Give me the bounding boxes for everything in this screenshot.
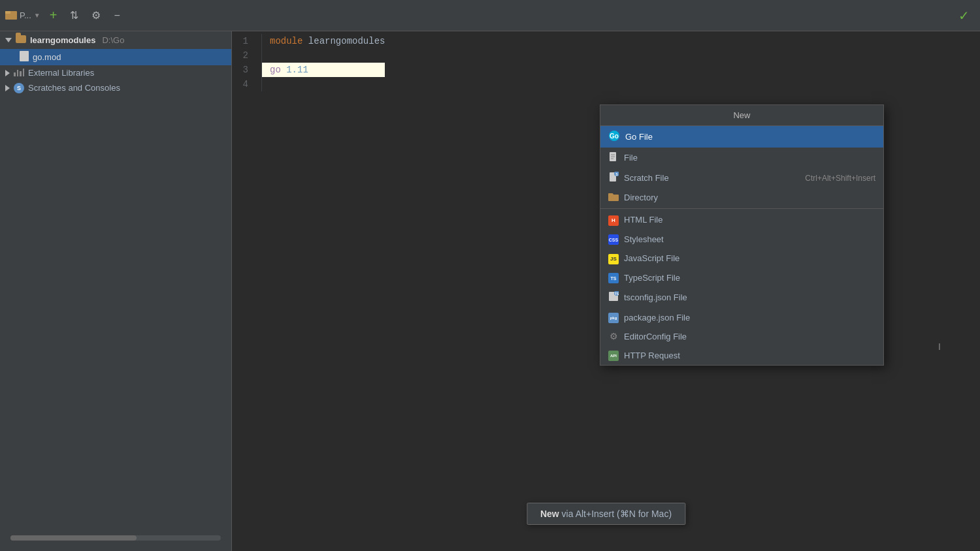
external-libraries-arrow-icon: [5, 70, 10, 76]
file-icon: [608, 151, 619, 164]
add-icon: +: [50, 8, 57, 23]
file-name: go.mod: [33, 52, 61, 62]
dropdown-item-javascript-file[interactable]: JS JavaScript File: [600, 249, 883, 268]
http-request-icon: API: [608, 349, 619, 361]
stylesheet-icon: CSS: [608, 234, 619, 245]
dropdown-item-directory[interactable]: Directory: [600, 188, 883, 207]
project-icon: [5, 9, 17, 22]
line-number-1: 1: [232, 34, 253, 48]
tsconfig-file-label: tsconfig.json File: [624, 292, 687, 302]
project-dropdown-arrow: ▼: [34, 12, 41, 19]
code-line-2: [270, 48, 385, 63]
svg-rect-1: [5, 11, 10, 14]
update-button[interactable]: ⇅: [66, 7, 82, 24]
external-libraries-label: External Libraries: [28, 68, 94, 78]
dropdown-item-file[interactable]: File: [600, 148, 883, 168]
dropdown-item-package-json-file[interactable]: pkg package.json File: [600, 307, 883, 327]
dropdown-item-go-file[interactable]: Go Go File: [600, 126, 883, 148]
settings-button[interactable]: ⚙: [88, 7, 105, 24]
package-json-file-icon: pkg: [608, 311, 619, 323]
tooltip-rest-text: via Alt+Insert (⌘N for Mac): [559, 509, 672, 519]
line-number-2: 2: [232, 48, 253, 63]
module-name: learngomodules: [308, 36, 385, 46]
project-name: learngomodules: [30, 35, 95, 45]
code-text: module learngomodules go 1.11: [262, 34, 385, 91]
dropdown-item-scratch-file[interactable]: S Scratch File Ctrl+Alt+Shift+Insert: [600, 168, 883, 188]
main-layout: learngomodules D:\Go go.mod External Lib…: [0, 31, 980, 551]
new-file-dropdown: New Go Go File: [600, 104, 884, 366]
update-icon: ⇅: [70, 9, 78, 22]
html-file-label: HTML File: [624, 215, 662, 225]
dropdown-item-tsconfig-file[interactable]: TS tsconfig.json File: [600, 287, 883, 307]
code-lines: 1 2 3 4 module learngomodules go 1.11: [232, 31, 980, 91]
sidebar-item-external-libraries[interactable]: External Libraries: [0, 65, 231, 80]
project-label: P...: [20, 10, 31, 20]
code-line-3: go 1.11: [262, 63, 385, 77]
project-selector[interactable]: P... ▼: [5, 9, 41, 22]
directory-icon: [608, 192, 619, 203]
editorconfig-file-icon: ⚙: [608, 331, 619, 341]
code-editor[interactable]: 1 2 3 4 module learngomodules go 1.11: [232, 31, 980, 91]
file-doc-icon: [20, 51, 29, 63]
typescript-file-icon: TS: [608, 272, 619, 284]
line-number-3: 3: [232, 63, 253, 77]
new-shortcut-tooltip: New via Alt+Insert (⌘N for Mac): [527, 503, 685, 525]
file-label: File: [624, 153, 638, 163]
go-file-label: Go File: [625, 132, 653, 142]
scratch-file-shortcut: Ctrl+Alt+Shift+Insert: [805, 174, 875, 183]
add-button[interactable]: +: [46, 5, 61, 25]
external-libraries-icon: [14, 67, 24, 78]
html-file-icon: H: [608, 214, 619, 226]
keyword-go: go: [270, 65, 281, 75]
sidebar-item-scratches-consoles[interactable]: S Scratches and Consoles: [0, 80, 231, 95]
dropdown-item-editorconfig-file[interactable]: ⚙ EditorConfig File: [600, 327, 883, 345]
tooltip-bold-text: New: [540, 509, 559, 519]
scratches-icon: S: [14, 82, 24, 93]
dropdown-item-typescript-file[interactable]: TS TypeScript File: [600, 268, 883, 288]
svg-text:Go: Go: [610, 133, 619, 140]
settings-icon: ⚙: [91, 9, 101, 22]
svg-text:TS: TS: [615, 292, 619, 296]
line-numbers: 1 2 3 4: [232, 34, 262, 91]
sidebar-file-gomod[interactable]: go.mod: [0, 49, 231, 65]
package-json-file-label: package.json File: [624, 313, 690, 323]
scratch-file-icon: S: [608, 172, 619, 184]
minimize-button[interactable]: −: [110, 7, 123, 24]
line-number-4: 4: [232, 77, 253, 91]
go-file-icon: Go: [608, 130, 620, 144]
project-path: D:\Go: [102, 35, 124, 45]
checkmark-icon: ✓: [958, 8, 970, 23]
dropdown-title: New: [600, 105, 883, 126]
scratches-arrow-icon: [5, 85, 10, 91]
project-arrow-icon: [5, 38, 12, 42]
cursor-position: I: [938, 341, 941, 352]
project-folder-icon: [16, 35, 26, 45]
directory-label: Directory: [624, 193, 658, 202]
sidebar-project-root[interactable]: learngomodules D:\Go: [0, 31, 231, 49]
keyword-module: module: [270, 36, 302, 46]
minimize-icon: −: [114, 10, 120, 22]
dropdown-item-http-request[interactable]: API HTTP Request: [600, 345, 883, 365]
dropdown-item-html-file[interactable]: H HTML File: [600, 210, 883, 230]
stylesheet-label: Stylesheet: [624, 234, 664, 244]
separator-1: [600, 208, 883, 209]
sidebar-scrollbar[interactable]: [10, 535, 221, 541]
editor-area: 1 2 3 4 module learngomodules go 1.11: [232, 31, 980, 551]
http-request-label: HTTP Request: [624, 351, 680, 360]
tsconfig-file-icon: TS: [608, 291, 619, 304]
sidebar: learngomodules D:\Go go.mod External Lib…: [0, 31, 232, 551]
code-line-1: module learngomodules: [270, 34, 385, 48]
code-line-4: [270, 77, 385, 91]
checkmark-indicator: ✓: [958, 8, 970, 24]
scratches-label: Scratches and Consoles: [28, 83, 120, 93]
go-version: 1.11: [286, 65, 308, 75]
scratch-file-label: Scratch File: [624, 173, 669, 183]
dropdown-item-stylesheet[interactable]: CSS Stylesheet: [600, 230, 883, 249]
editorconfig-file-label: EditorConfig File: [624, 332, 687, 341]
javascript-file-icon: JS: [608, 253, 619, 264]
typescript-file-label: TypeScript File: [624, 273, 680, 283]
toolbar: P... ▼ + ⇅ ⚙ −: [0, 0, 980, 31]
javascript-file-label: JavaScript File: [624, 253, 679, 263]
